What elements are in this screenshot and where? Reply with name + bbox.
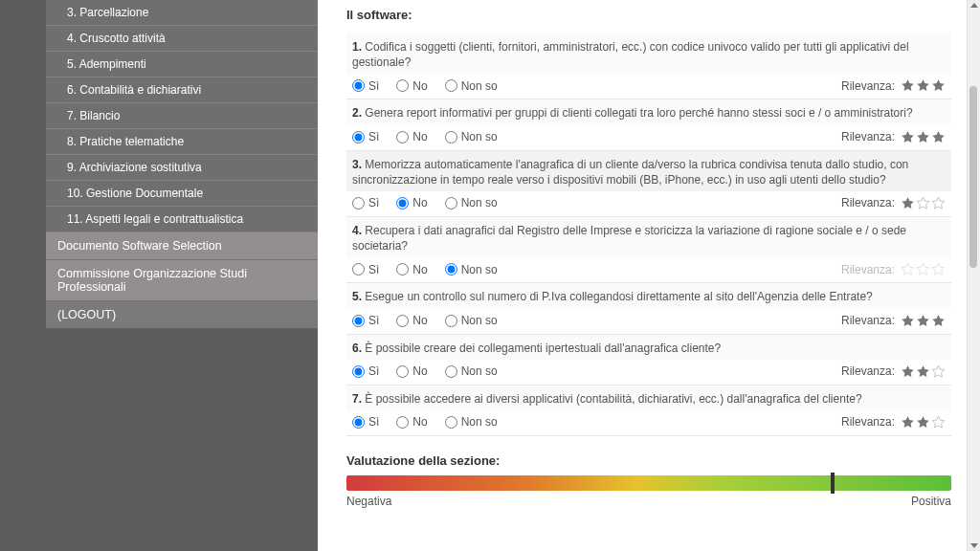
answer-radios: SìNoNon so [352,314,498,327]
answer-option-nonso[interactable]: Non so [445,364,498,378]
answer-option-nonso[interactable]: Non so [445,130,498,143]
relevance-stars[interactable] [901,364,946,379]
question-controls: SìNoNon soRilevanza: [346,309,951,334]
relevance: Rilevanza: [841,196,946,210]
answer-radio[interactable] [396,365,409,378]
answer-option-no[interactable]: No [396,130,427,143]
relevance-stars[interactable] [901,196,946,210]
question-text: 6. È possibile creare dei collegamenti i… [346,335,951,360]
answer-radio[interactable] [396,197,409,209]
relevance-label: Rilevanza: [841,196,895,209]
star-icon [916,262,930,276]
sidebar-main-item[interactable]: Commissione Organizzazione Studi Profess… [46,260,318,301]
relevance-stars[interactable] [901,415,946,430]
answer-option-nonso[interactable]: Non so [445,79,498,93]
question-row: 5. Esegue un controllo sul numero di P.I… [346,283,951,334]
answer-radio[interactable] [445,416,457,429]
relevance-stars[interactable] [901,78,946,93]
answer-radio[interactable] [445,79,457,92]
answer-radio[interactable] [352,131,365,143]
sidebar-sub-item[interactable]: 10. Gestione Documentale [46,181,318,207]
star-icon[interactable] [901,415,915,430]
sidebar-sub-item[interactable]: 3. Parcellazione [46,0,318,26]
relevance-stars[interactable] [901,130,946,144]
star-icon[interactable] [901,196,915,210]
answer-option-no[interactable]: No [396,364,427,378]
answer-option-si[interactable]: Sì [352,196,379,209]
sidebar-sub-item[interactable]: 4. Cruscotto attività [46,26,318,52]
star-icon[interactable] [931,364,946,379]
sidebar-sub-item[interactable]: 7. Bilancio [46,103,318,129]
answer-option-no[interactable]: No [396,263,427,276]
answer-radio[interactable] [352,365,365,378]
answer-radio[interactable] [396,416,409,429]
question-text: 4. Recupera i dati anagrafici dal Regist… [346,217,951,257]
answer-option-no[interactable]: No [396,196,427,209]
star-icon[interactable] [931,415,946,430]
relevance-label: Rilevanza: [841,415,895,429]
answer-radio[interactable] [445,197,457,209]
answer-radios: SìNoNon so [352,79,498,93]
answer-radio[interactable] [352,416,365,429]
answer-option-si[interactable]: Sì [352,314,379,327]
star-icon[interactable] [901,130,915,144]
answer-radio[interactable] [396,315,409,327]
answer-radio[interactable] [396,79,409,92]
relevance-label: Rilevanza: [841,79,895,93]
sidebar-sub-item[interactable]: 11. Aspetti legali e contrattualistica [46,207,318,232]
evaluation-title: Valutazione della sezione: [346,453,951,468]
star-icon[interactable] [931,314,946,328]
scroll-thumb[interactable] [969,86,977,268]
answer-radio[interactable] [445,263,457,276]
answer-radio[interactable] [445,365,457,378]
answer-radio[interactable] [352,197,365,209]
question-controls: SìNoNon soRilevanza: [346,360,951,385]
scroll-down-icon[interactable] [970,543,978,548]
answer-option-nonso[interactable]: Non so [445,196,498,209]
question-controls: SìNoNon soRilevanza: [346,191,951,216]
answer-option-si[interactable]: Sì [352,263,379,276]
sidebar-sub-item[interactable]: 9. Archiviazione sostitutiva [46,155,318,181]
scroll-up-icon[interactable] [970,3,978,8]
answer-option-no[interactable]: No [396,415,427,429]
relevance: Rilevanza: [841,314,946,328]
answer-option-si[interactable]: Sì [352,415,379,429]
answer-option-si[interactable]: Sì [352,79,379,93]
star-icon[interactable] [916,415,930,430]
answer-option-no[interactable]: No [396,79,427,93]
star-icon[interactable] [901,314,915,328]
relevance-stars[interactable] [901,314,946,328]
star-icon[interactable] [916,364,930,379]
answer-radio[interactable] [396,131,409,143]
answer-option-nonso[interactable]: Non so [445,314,498,327]
answer-radio[interactable] [352,315,365,327]
sidebar-sub-item[interactable]: 6. Contabilità e dichiarativi [46,77,318,103]
star-icon[interactable] [916,196,930,210]
relevance-label: Rilevanza: [841,130,895,143]
browser-scrollbar[interactable] [967,0,980,551]
star-icon[interactable] [931,78,946,93]
star-icon[interactable] [901,78,915,93]
star-icon[interactable] [931,196,946,210]
answer-radio[interactable] [445,131,457,143]
answer-radio[interactable] [352,79,365,92]
sidebar-sub-item[interactable]: 5. Adempimenti [46,52,318,77]
answer-radio[interactable] [445,315,457,327]
answer-option-si[interactable]: Sì [352,130,379,143]
answer-option-nonso[interactable]: Non so [445,415,498,429]
sidebar-sub-item[interactable]: 8. Pratiche telematiche [46,129,318,155]
sidebar-main-item[interactable]: Documento Software Selection [46,232,318,260]
star-icon[interactable] [931,130,946,144]
star-icon[interactable] [901,364,915,379]
star-icon[interactable] [916,130,930,144]
answer-radio[interactable] [352,263,365,276]
answer-radio[interactable] [396,263,409,276]
star-icon[interactable] [916,314,930,328]
star-icon[interactable] [916,78,930,93]
sidebar-logout[interactable]: (LOGOUT) [46,301,318,329]
answer-option-no[interactable]: No [396,314,427,327]
answer-option-nonso[interactable]: Non so [445,263,498,276]
answer-option-si[interactable]: Sì [352,364,379,378]
question-row: 7. È possibile accedere ai diversi appli… [346,386,951,436]
question-row: 1. Codifica i soggetti (clienti, fornito… [346,33,951,99]
